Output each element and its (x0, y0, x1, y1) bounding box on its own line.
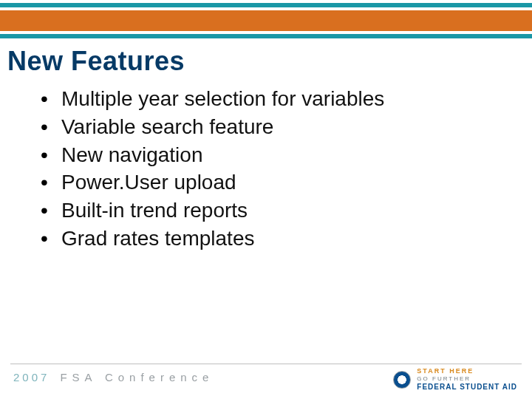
logo-line-3: FEDERAL STUDENT AID (417, 383, 517, 391)
list-item: Variable search feature (41, 113, 488, 141)
list-item: Grad rates templates (41, 225, 488, 253)
logo-line-2: GO FURTHER (417, 376, 517, 382)
footer-divider (10, 364, 522, 364)
top-banner (0, 0, 532, 41)
list-item: Multiple year selection for variables (41, 85, 488, 113)
list-item: New navigation (41, 141, 488, 169)
bullet-list: Multiple year selection for variables Va… (41, 85, 488, 253)
seal-icon (393, 371, 411, 389)
banner-stripe-teal-bottom (0, 34, 532, 38)
footer-year: 2007 (13, 371, 50, 383)
slide: New Features Multiple year selection for… (0, 0, 532, 399)
fsa-logo: START HERE GO FURTHER FEDERAL STUDENT AI… (393, 368, 517, 391)
footer-conference-label: 2007FSA Conference (13, 371, 214, 383)
footer-conference-name: FSA Conference (60, 371, 214, 383)
banner-stripe-teal-top (0, 3, 532, 7)
slide-content: Multiple year selection for variables Va… (41, 85, 488, 253)
slide-title: New Features (7, 46, 185, 77)
list-item: Power.User upload (41, 168, 488, 197)
list-item: Built-in trend reports (41, 197, 488, 225)
slide-footer: 2007FSA Conference START HERE GO FURTHER… (0, 364, 532, 399)
banner-stripe-orange (0, 10, 532, 31)
logo-line-1: START HERE (417, 368, 517, 375)
fsa-logo-text: START HERE GO FURTHER FEDERAL STUDENT AI… (417, 368, 517, 391)
